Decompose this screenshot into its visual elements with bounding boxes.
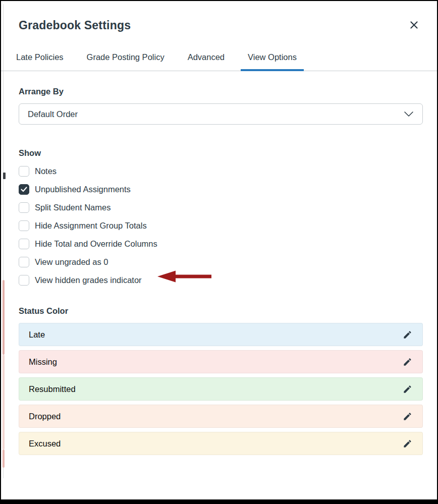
checkbox-unchecked-icon[interactable] (19, 202, 29, 213)
status-row-resubmitted: Resubmitted (19, 377, 423, 401)
status-color-list: Late Missing (19, 323, 423, 455)
arrange-by-value: Default Order (28, 109, 78, 119)
show-options-list: Notes Unpublished Assignments Split Stud… (19, 165, 423, 287)
status-row-dropped: Dropped (19, 405, 423, 428)
pencil-icon (403, 442, 412, 450)
checkbox-hide-assignment-group-totals[interactable]: Hide Assignment Group Totals (19, 219, 423, 232)
pencil-icon (403, 388, 412, 396)
pencil-icon (403, 333, 412, 341)
edit-missing-color-button[interactable] (402, 356, 413, 368)
checkbox-split-student-names[interactable]: Split Student Names (19, 201, 423, 214)
modal-title: Gradebook Settings (19, 18, 131, 32)
chevron-down-icon (404, 109, 414, 119)
tab-grade-posting-policy[interactable]: Grade Posting Policy (80, 48, 172, 71)
tab-late-policies[interactable]: Late Policies (9, 48, 71, 71)
checkbox-unpublished-assignments[interactable]: Unpublished Assignments (19, 183, 423, 196)
checkbox-hide-total-and-override-columns[interactable]: Hide Total and Override Columns (19, 238, 423, 250)
gradebook-settings-modal: Gradebook Settings Late Policies Grade P… (1, 1, 437, 499)
checkbox-view-ungraded-as-0[interactable]: View ungraded as 0 (19, 256, 423, 268)
pencil-icon (403, 415, 412, 423)
checkbox-view-hidden-grades-indicator[interactable]: View hidden grades indicator (19, 274, 423, 287)
close-button[interactable] (408, 19, 420, 31)
checkbox-unchecked-icon[interactable] (19, 220, 29, 231)
edit-excused-color-button[interactable] (402, 438, 413, 450)
pencil-icon (403, 361, 412, 368)
tab-advanced[interactable]: Advanced (181, 48, 232, 71)
checkbox-unchecked-icon[interactable] (19, 275, 29, 286)
arrange-by-select[interactable]: Default Order (19, 103, 423, 125)
status-color-label: Status Color (19, 306, 423, 316)
show-section-label: Show (19, 148, 423, 158)
edit-resubmitted-color-button[interactable] (402, 383, 413, 395)
close-icon (410, 23, 418, 30)
checkbox-unchecked-icon[interactable] (19, 257, 29, 267)
status-row-excused: Excused (19, 432, 423, 455)
edit-dropped-color-button[interactable] (402, 411, 413, 422)
status-row-late: Late (19, 323, 423, 346)
arrange-by-label: Arrange By (19, 86, 423, 96)
modal-header: Gradebook Settings (19, 1, 423, 32)
edit-late-color-button[interactable] (402, 329, 413, 341)
checkbox-unchecked-icon[interactable] (19, 166, 29, 177)
status-row-missing: Missing (19, 350, 423, 373)
tab-bar: Late Policies Grade Posting Policy Advan… (1, 48, 437, 71)
tab-view-options[interactable]: View Options (241, 48, 304, 71)
checkbox-checked-icon[interactable] (19, 184, 29, 195)
checkbox-notes[interactable]: Notes (19, 165, 423, 178)
checkbox-unchecked-icon[interactable] (19, 239, 29, 249)
